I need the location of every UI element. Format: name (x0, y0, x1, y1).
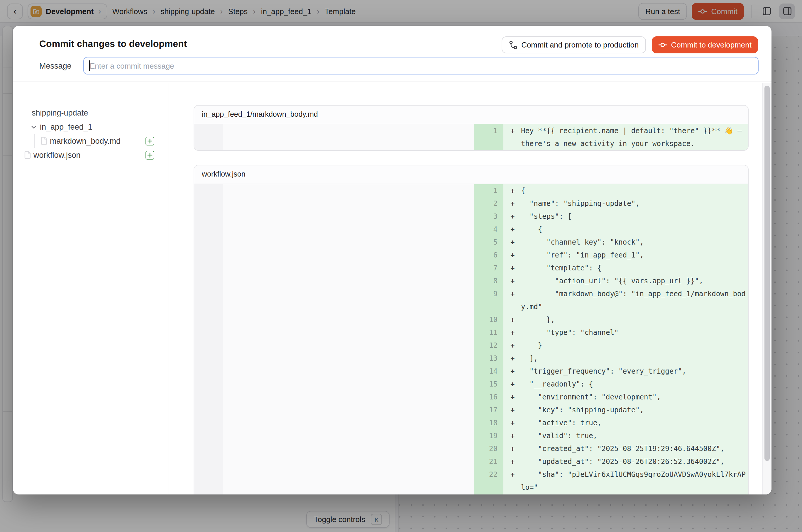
diff-line: 19+ "valid": true, (474, 429, 748, 442)
diff-viewer: in_app_feed_1/markdown_body.md 1+Hey **{… (169, 83, 762, 494)
tree-item-step-folder[interactable]: in_app_feed_1 (13, 120, 168, 134)
diff-line: 16+ "environment": "development", (474, 391, 748, 403)
diff-line: 5+ "channel_key": "knock", (474, 236, 748, 249)
diff-line: 1+Hey **{{ recipient.name | default: "th… (474, 125, 748, 150)
diff-card-workflow-json: workflow.json 1+{2+ "name": "shipping-up… (193, 165, 749, 494)
diff-old-side (194, 184, 474, 494)
diff-old-content (223, 125, 474, 150)
diff-line: 11+ "type": "channel" (474, 326, 748, 339)
diff-card-markdown: in_app_feed_1/markdown_body.md 1+Hey **{… (193, 105, 749, 151)
diff-old-side (194, 125, 474, 150)
tree-item-workflow-root[interactable]: shipping-update (13, 106, 168, 120)
diff-old-gutter (194, 125, 223, 150)
text-cursor (89, 60, 90, 71)
commit-message-input[interactable] (83, 57, 759, 75)
diff-line: 6+ "ref": "in_app_feed_1", (474, 249, 748, 262)
message-label: Message (39, 61, 83, 70)
diff-line: 23+ } (474, 494, 748, 494)
diff-line: 12+ } (474, 339, 748, 352)
diff-line: 1+{ (474, 184, 748, 197)
changed-files-tree: shipping-update in_app_feed_1 markdown_b… (13, 83, 168, 494)
diff-line: 2+ "name": "shipping-update", (474, 197, 748, 210)
diff-old-content (223, 184, 474, 494)
diff-line: 15+ "__readonly": { (474, 378, 748, 391)
tree-folder-label: in_app_feed_1 (38, 122, 92, 131)
modal-scrollbar-thumb[interactable] (764, 86, 770, 461)
commit-to-development-button[interactable]: Commit to development (652, 36, 758, 53)
diff-file-path: workflow.json (194, 166, 748, 184)
diff-line: 20+ "created_at": "2025-08-25T19:29:46.6… (474, 442, 748, 455)
commit-icon (658, 40, 667, 49)
modal-scrollbar-track[interactable] (762, 83, 771, 494)
diff-new-side: 1+Hey **{{ recipient.name | default: "th… (474, 125, 748, 150)
tree-guide-line (34, 134, 35, 148)
diff-old-gutter (194, 184, 223, 494)
file-icon (13, 137, 48, 145)
diff-line: 14+ "trigger_frequency": "every_trigger"… (474, 365, 748, 378)
commit-changes-modal: Commit changes to development Commit and… (13, 26, 771, 494)
promote-branch-icon (508, 40, 517, 49)
file-added-icon (146, 136, 154, 145)
file-icon (13, 151, 31, 159)
tree-item-markdown-file[interactable]: markdown_body.md (13, 134, 168, 148)
diff-line: 18+ "active": true, (474, 416, 748, 429)
diff-line: 8+ "action_url": "{{ vars.app_url }}", (474, 274, 748, 287)
diff-line: 10+ }, (474, 313, 748, 326)
tree-item-workflow-json[interactable]: workflow.json (13, 148, 168, 162)
diff-line: 22+ "sha": "pJeLVir6xIlUCMGqs9qroZoUAVDS… (474, 468, 748, 494)
modal-title: Commit changes to development (39, 39, 187, 49)
screen: ‹ Development › Workflows › shipping-upd… (0, 0, 802, 532)
diff-line: 9+ "markdown_body@": "in_app_feed_1/mark… (474, 287, 748, 313)
tree-file-label: markdown_body.md (48, 136, 120, 145)
commit-and-promote-button[interactable]: Commit and promote to production (501, 36, 646, 53)
diff-line: 13+ ], (474, 352, 748, 365)
chevron-down-icon (13, 123, 38, 131)
modal-header: Commit changes to development Commit and… (13, 26, 771, 82)
tree-file-label: workflow.json (31, 150, 81, 159)
commit-and-promote-label: Commit and promote to production (521, 40, 639, 49)
file-added-icon (146, 150, 154, 159)
commit-to-development-label: Commit to development (671, 40, 751, 49)
diff-line: 3+ "steps": [ (474, 210, 748, 223)
diff-line: 4+ { (474, 223, 748, 236)
modal-body: shipping-update in_app_feed_1 markdown_b… (13, 83, 771, 494)
diff-line: 21+ "updated_at": "2025-08-26T20:26:52.3… (474, 455, 748, 468)
diff-file-path: in_app_feed_1/markdown_body.md (194, 106, 748, 125)
diff-new-side: 1+{2+ "name": "shipping-update",3+ "step… (474, 184, 748, 494)
tree-root-label: shipping-update (13, 108, 88, 117)
diff-line: 17+ "key": "shipping-update", (474, 403, 748, 416)
diff-line: 7+ "template": { (474, 262, 748, 274)
